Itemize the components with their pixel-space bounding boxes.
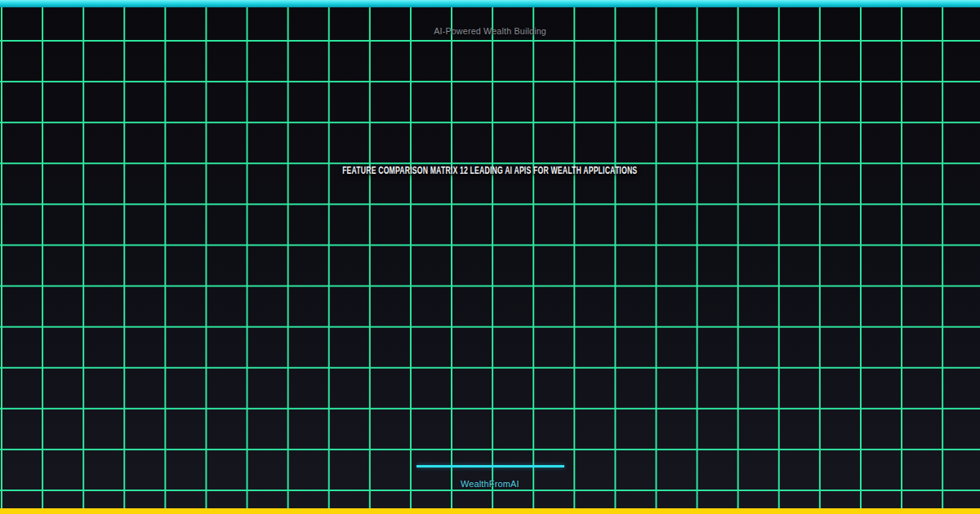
brand-label: WealthFromAI bbox=[461, 478, 519, 490]
eyebrow-text: AI-Powered Wealth Building bbox=[0, 25, 980, 37]
grid-background: AI-Powered Wealth Building FEATURE COMPA… bbox=[0, 0, 980, 514]
top-accent-bar bbox=[0, 0, 980, 7]
bottom-accent-bar bbox=[0, 508, 980, 514]
eyebrow-label: AI-Powered Wealth Building bbox=[434, 25, 546, 37]
page-title-label: FEATURE COMPARISON MATRIX 12 LEADING AI … bbox=[342, 165, 637, 177]
divider-line bbox=[416, 465, 564, 467]
page-title: FEATURE COMPARISON MATRIX 12 LEADING AI … bbox=[0, 165, 980, 177]
brand-name: WealthFromAI bbox=[0, 478, 980, 490]
